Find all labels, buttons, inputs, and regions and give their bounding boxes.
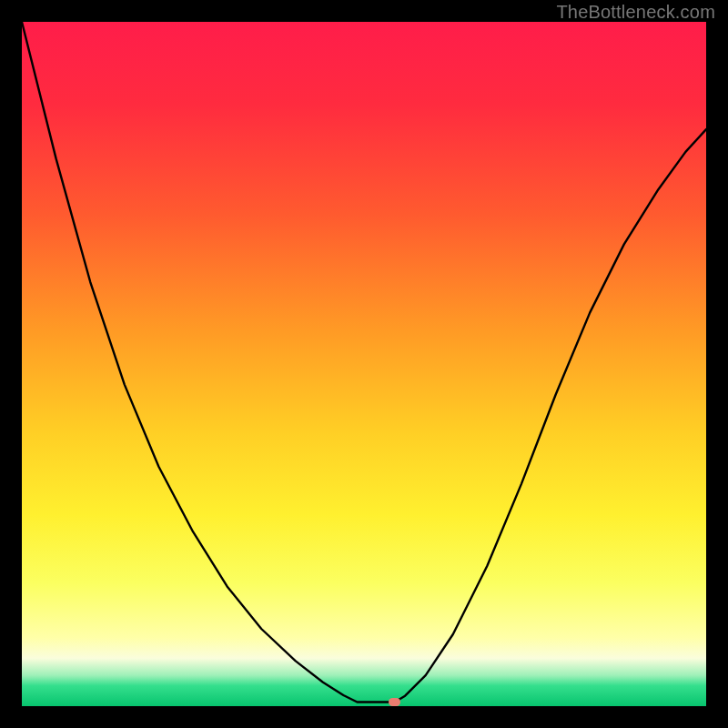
curve-path xyxy=(22,22,706,703)
bottleneck-curve xyxy=(22,22,706,706)
chart-frame: TheBottleneck.com xyxy=(0,0,728,728)
watermark-text: TheBottleneck.com xyxy=(556,2,715,23)
optimal-marker xyxy=(389,698,400,706)
